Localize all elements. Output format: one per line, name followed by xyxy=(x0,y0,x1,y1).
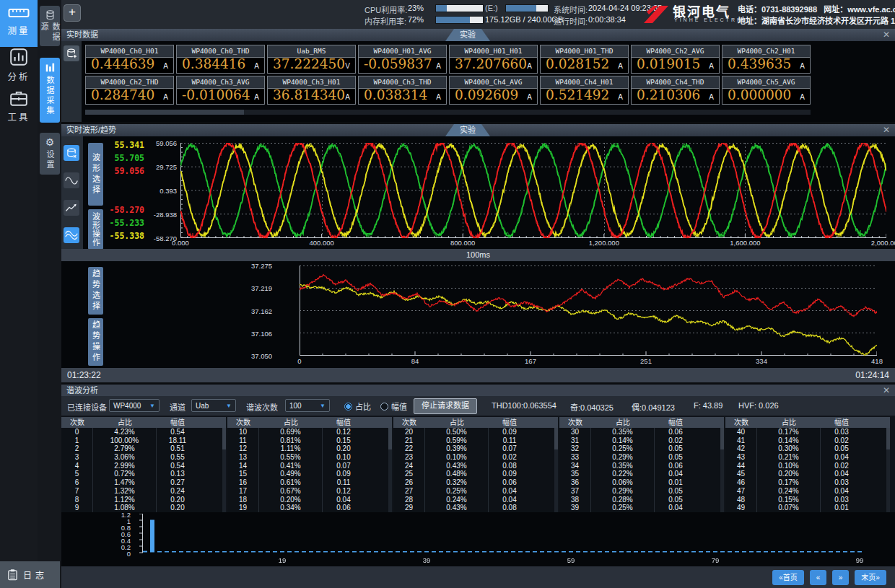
chevron-down-icon: ▼ xyxy=(149,403,155,409)
realtime-card-value: -0.010064 xyxy=(182,87,250,102)
harmonic-table: 次数占比幅值04.23%0.541100.00%18.1122.79%0.513… xyxy=(61,417,226,512)
realtime-card-value: 0.019015 xyxy=(637,56,700,71)
table-cell: 31 xyxy=(559,436,591,445)
last-page-button[interactable]: 末页» xyxy=(855,570,886,585)
table-cell: 13 xyxy=(227,453,259,462)
table-row: 200.50%0.09 xyxy=(393,428,558,436)
close-icon[interactable]: ✕ xyxy=(883,385,890,396)
table-cell: 0.15% xyxy=(757,496,821,504)
table-cell: 1.32% xyxy=(93,487,157,496)
table-cell: 28 xyxy=(393,496,425,504)
table-cell: 0.04 xyxy=(323,496,364,504)
table-cell: 0.06 xyxy=(655,462,697,470)
table-row: 230.10%0.02 xyxy=(393,453,558,462)
radio-ratio[interactable]: 占比 xyxy=(344,400,371,412)
realtime-card: WP4000_Ch4_H010.521492A xyxy=(540,76,629,105)
subtab-settings[interactable]: ⚙ 设置 xyxy=(40,133,60,175)
close-icon[interactable]: ✕ xyxy=(883,29,890,41)
realtime-card-unit: A xyxy=(527,62,532,70)
table-row: 210.59%0.11 xyxy=(393,436,558,445)
database-x-icon xyxy=(66,148,77,159)
table-row: 130.55%0.10 xyxy=(227,453,392,462)
table-cell: 0.04 xyxy=(821,470,863,478)
realtime-card-value-row: 0.439635A xyxy=(722,58,810,74)
table-cell: 0.05 xyxy=(821,444,863,453)
table-cell: 46 xyxy=(725,478,757,487)
table-vscrollbar[interactable] xyxy=(222,428,226,512)
order-select[interactable]: 100▼ xyxy=(285,399,330,412)
add-tab-button[interactable]: + xyxy=(64,4,81,22)
multi-wave-button[interactable] xyxy=(64,227,79,243)
first-page-button[interactable]: «首页 xyxy=(772,570,804,585)
harmonic-analysis-panel: 谐波分析 ✕ 已连接设备 WP4000▼ 通道 Uab▼ 谐波次数 100▼ 占… xyxy=(61,385,895,588)
next-page-button[interactable]: » xyxy=(832,570,849,585)
sine-wave-icon xyxy=(65,176,78,185)
table-vscrollbar[interactable] xyxy=(886,428,890,512)
table-cell: 0.06% xyxy=(591,478,655,487)
database-plus-icon xyxy=(66,48,77,59)
table-vscrollbar[interactable] xyxy=(720,428,724,512)
table-cell: 0.50% xyxy=(425,428,489,436)
table-cell: 0.09 xyxy=(323,470,364,478)
chevron-down-icon: ▼ xyxy=(320,403,326,409)
table-vscrollbar[interactable] xyxy=(388,428,392,512)
trend-time-strip: 01:23:22 01:24:14 xyxy=(61,368,895,382)
table-cell: 11 xyxy=(227,436,259,445)
realtime-card-value-row: -0.059837A xyxy=(359,58,446,74)
subtab-datasource[interactable]: 数据源 xyxy=(40,6,60,46)
stop-request-button[interactable]: 停止请求数据 xyxy=(414,398,477,414)
table-cell: 0.17% xyxy=(757,428,821,436)
harmonic-tables: 次数占比幅值04.23%0.541100.00%18.1122.79%0.513… xyxy=(61,417,895,512)
table-vscrollbar[interactable] xyxy=(554,428,558,512)
table-cell: 0.07 xyxy=(323,462,364,470)
radio-amplitude[interactable]: 幅值 xyxy=(380,400,407,412)
table-cell: 32 xyxy=(559,444,591,453)
trend-view-button[interactable] xyxy=(64,200,79,216)
subtab-acquisition[interactable]: 数据采集 xyxy=(40,58,60,123)
wave-select-button[interactable]: 波形选择 xyxy=(88,143,103,206)
trend-x-tick: 418 xyxy=(871,357,883,365)
realtime-card-unit: A xyxy=(163,62,168,70)
table-cell: 12 xyxy=(227,444,259,453)
realtime-card: Uab_RMS37.222450V xyxy=(267,45,356,74)
channel-select[interactable]: Uab▼ xyxy=(191,399,236,412)
brand-name-en: YINHE ELECTRIC xyxy=(674,17,746,22)
sidebar-item-tools[interactable]: 工具 xyxy=(0,87,38,127)
tab-experiment[interactable]: 实验 xyxy=(445,29,490,41)
realtime-hscrollbar[interactable] xyxy=(85,110,811,115)
table-row: 290.43%0.08 xyxy=(393,504,558,512)
table-row: 440.10%0.02 xyxy=(725,462,890,470)
realtime-card-unit: V xyxy=(345,62,350,70)
log-button[interactable]: 日志 xyxy=(0,561,60,588)
trend-operate-button[interactable]: 趋势操作 xyxy=(88,318,103,366)
table-cell: 0.61% xyxy=(259,478,323,487)
table-row: 300.35%0.06 xyxy=(559,428,724,436)
close-icon[interactable]: ✕ xyxy=(883,124,890,136)
table-row: 121.11%0.20 xyxy=(227,444,392,453)
table-cell: 0.03 xyxy=(821,496,863,504)
realtime-card-value: 0.028152 xyxy=(546,56,609,71)
trend-select-button[interactable]: 趋势选择 xyxy=(88,267,103,315)
sidebar-item-measure[interactable]: 测量 xyxy=(0,0,38,47)
realtime-card-value-row: 0.000000A xyxy=(722,89,810,105)
realtime-card-unit: A xyxy=(618,93,623,101)
trend-y-tick: 37.106 xyxy=(235,329,272,337)
table-row: 450.20%0.04 xyxy=(725,470,890,478)
data-source-button[interactable] xyxy=(64,145,79,161)
table-row: 260.32%0.06 xyxy=(393,478,558,487)
sidebar-item-analysis[interactable]: 分析 xyxy=(0,45,38,85)
table-row: 490.07%0.01 xyxy=(725,504,890,512)
table-cell: 0.69% xyxy=(259,428,323,436)
sine-view-button[interactable] xyxy=(64,172,79,188)
realtime-card-unit: A xyxy=(163,93,168,101)
table-row: 460.17%0.03 xyxy=(725,478,890,487)
prev-page-button[interactable]: « xyxy=(810,570,826,585)
device-select[interactable]: WP4000▼ xyxy=(109,399,160,412)
realtime-card-value: 0.439635 xyxy=(728,56,791,71)
ruler-icon xyxy=(8,6,30,20)
realtime-card-unit: A xyxy=(436,62,441,70)
wave-operate-button[interactable]: 波形操作 xyxy=(88,209,103,250)
table-cell: 0.28% xyxy=(591,496,655,504)
add-data-item-button[interactable] xyxy=(64,45,79,61)
tab-experiment[interactable]: 实验 xyxy=(445,124,490,136)
